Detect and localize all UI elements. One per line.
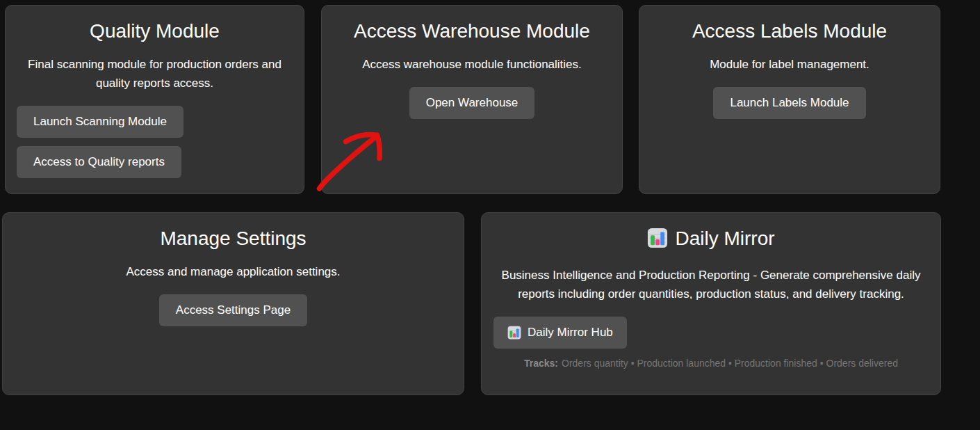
card-title: Daily Mirror: [493, 228, 929, 253]
card-title: Manage Settings: [14, 228, 452, 250]
card-access-warehouse-module: Access Warehouse Module Access warehouse…: [321, 5, 623, 194]
open-warehouse-button[interactable]: Open Warehouse: [409, 87, 535, 119]
access-quality-reports-button[interactable]: Access to Quality reports: [17, 146, 181, 178]
card-title: Access Labels Module: [651, 20, 929, 42]
card-daily-mirror: Daily Mirror Business Intelligence and P…: [481, 212, 941, 395]
card-access-labels-module: Access Labels Module Module for label ma…: [639, 5, 940, 194]
card-title: Quality Module: [17, 20, 293, 42]
card-title-text: Daily Mirror: [675, 228, 774, 249]
card-manage-settings: Manage Settings Access and manage applic…: [2, 212, 464, 395]
dashboard-page: { "page": { "background": "#111111" }, "…: [0, 0, 980, 430]
card-description: Business Intelligence and Production Rep…: [501, 266, 921, 303]
card-description: Access and manage application settings.: [18, 262, 448, 281]
card-description: Access warehouse module functionalities.: [337, 55, 607, 74]
card-description: Module for label management.: [655, 55, 924, 74]
access-settings-page-button[interactable]: Access Settings Page: [159, 294, 307, 326]
card-actions: Launch Labels Module: [639, 87, 940, 119]
card-actions: Launch Scanning Module Access to Quality…: [17, 106, 304, 178]
launch-scanning-module-button[interactable]: Launch Scanning Module: [17, 106, 183, 138]
card-actions: Access Settings Page: [3, 294, 464, 326]
card-title: Access Warehouse Module: [333, 20, 611, 42]
daily-mirror-hub-button[interactable]: Daily Mirror Hub: [493, 317, 627, 349]
card-description: Final scanning module for production ord…: [21, 55, 288, 93]
bar-chart-icon: [647, 228, 668, 253]
tracks-footer: Tracks:Orders quantity • Production laun…: [493, 358, 929, 369]
launch-labels-module-button[interactable]: Launch Labels Module: [713, 87, 865, 119]
tracks-label: Tracks:: [524, 358, 558, 369]
bar-chart-icon: [507, 326, 521, 340]
card-actions: Open Warehouse: [322, 87, 622, 119]
tracks-items: Orders quantity • Production launched • …: [562, 358, 898, 369]
button-label: Daily Mirror Hub: [528, 325, 613, 340]
card-quality-module: Quality Module Final scanning module for…: [5, 5, 304, 194]
card-actions: Daily Mirror Hub: [493, 317, 940, 349]
